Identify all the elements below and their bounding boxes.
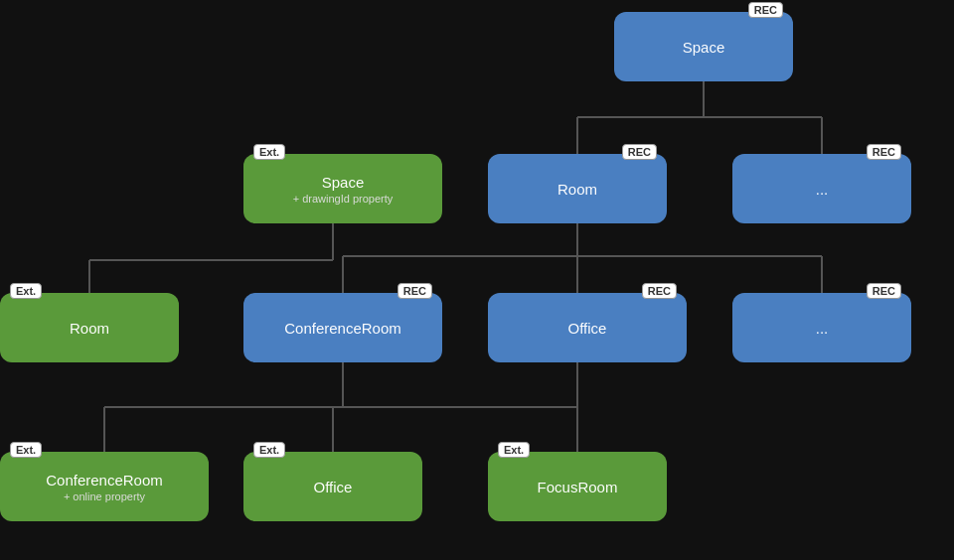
ext-badge-office: Ext. [253, 442, 285, 458]
space-ext-subtitle: + drawingId property [293, 193, 394, 205]
office-ext-label: Office [314, 479, 353, 495]
room-rec-node: REC Room [488, 154, 667, 223]
focusroom-ext-label: FocusRoom [538, 479, 618, 495]
rec-badge-confroom: REC [398, 283, 432, 299]
space-ext-label: Space [322, 174, 365, 191]
office-ext-node: Ext. Office [243, 452, 422, 521]
ext-badge-room: Ext. [10, 283, 42, 299]
ext-badge-confroom: Ext. [10, 442, 42, 458]
confroom-ext-subtitle: + online property [64, 490, 145, 502]
confroom-ext-label: ConferenceRoom [46, 472, 163, 489]
rec-badge-ellipsis1: REC [867, 144, 901, 160]
office-rec-label: Office [568, 320, 607, 337]
room-rec-label: Room [557, 181, 597, 198]
confroom-rec-node: REC ConferenceRoom [243, 293, 442, 362]
ellipsis-rec1-node: REC ... [732, 154, 911, 223]
office-rec-node: REC Office [488, 293, 687, 362]
ellipsis-rec2-node: REC ... [732, 293, 911, 362]
focusroom-ext-node: Ext. FocusRoom [488, 452, 667, 521]
rec-badge-room: REC [622, 144, 657, 160]
ellipsis-rec1-label: ... [816, 181, 829, 198]
space-rec-node: REC Space [614, 12, 793, 81]
confroom-ext-node: Ext. ConferenceRoom + online property [0, 452, 209, 521]
ellipsis-rec2-label: ... [816, 320, 829, 337]
space-rec-label: Space [683, 39, 725, 56]
room-ext-node: Ext. Room [0, 293, 179, 362]
ext-badge-focusroom: Ext. [498, 442, 530, 458]
confroom-rec-label: ConferenceRoom [284, 320, 401, 337]
rec-badge-ellipsis2: REC [867, 283, 901, 299]
rec-badge-space: REC [748, 2, 783, 18]
room-ext-label: Room [70, 320, 109, 337]
space-ext-node: Ext. Space + drawingId property [243, 154, 442, 223]
rec-badge-office: REC [642, 283, 677, 299]
ext-badge-space: Ext. [253, 144, 285, 160]
